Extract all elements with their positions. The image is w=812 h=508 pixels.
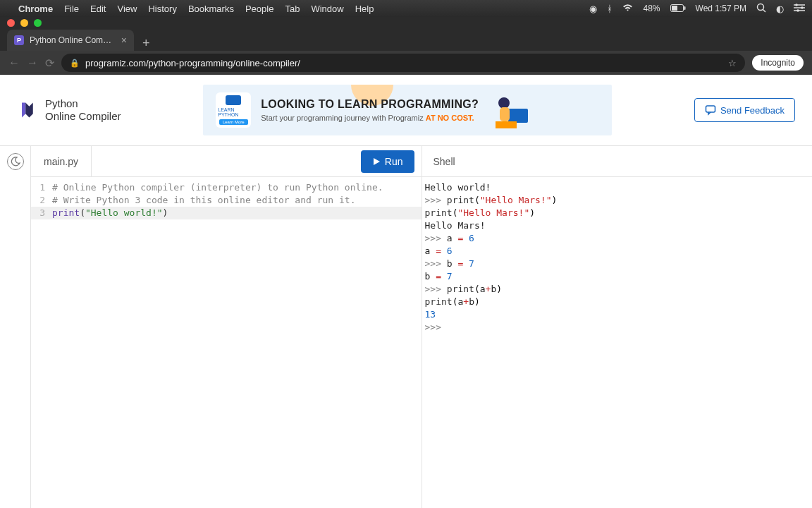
nav-back-button[interactable]: ←	[8, 56, 20, 69]
shell-line: print("Hello Mars!")	[425, 207, 810, 219]
svg-point-3	[758, 4, 764, 10]
menu-people[interactable]: People	[245, 4, 273, 14]
site-header: Python Online Compiler LEARN PYTHON Lear…	[0, 75, 812, 145]
shell-line: Hello Mars!	[425, 219, 810, 232]
code-content[interactable]: print("Hello world!")	[52, 207, 168, 219]
tab-favicon-icon: P	[14, 35, 24, 45]
bluetooth-icon[interactable]: ᚼ	[607, 4, 613, 14]
browser-tab[interactable]: P Python Online Compiler (Interp ×	[7, 30, 134, 51]
spotlight-icon[interactable]	[756, 3, 766, 15]
nav-forward-button: →	[27, 56, 38, 69]
wifi-icon[interactable]	[622, 4, 633, 14]
feedback-icon	[705, 104, 716, 116]
svg-rect-1	[672, 6, 677, 11]
promo-banner[interactable]: LEARN PYTHON Learn More LOOKING TO LEARN…	[203, 85, 612, 135]
tab-title: Python Online Compiler (Interp	[30, 35, 116, 45]
run-button[interactable]: Run	[361, 150, 414, 173]
editor-pane: main.py Run 1# Online Python compiler (i…	[31, 146, 422, 508]
svg-rect-2	[684, 6, 685, 10]
banner-title: LOOKING TO LEARN PROGRAMMING?	[261, 98, 479, 111]
incognito-badge[interactable]: Incognito	[752, 55, 804, 71]
menu-history[interactable]: History	[148, 4, 176, 14]
code-content[interactable]: # Write Python 3 code in this online edi…	[52, 194, 355, 207]
svg-point-8	[795, 4, 798, 6]
shell-title: Shell	[422, 146, 813, 177]
menu-help[interactable]: Help	[355, 4, 374, 14]
svg-point-10	[796, 9, 799, 12]
code-editor[interactable]: 1# Online Python compiler (interpreter) …	[31, 177, 422, 224]
play-icon	[372, 157, 381, 166]
svg-line-4	[763, 9, 766, 12]
shell-output[interactable]: Hello world!>>> print("Hello Mars!")prin…	[422, 177, 813, 338]
shell-line[interactable]: >>>	[425, 321, 810, 334]
window-zoom-button[interactable]	[34, 19, 42, 27]
macos-menubar: Chrome File Edit View History Bookmarks …	[0, 0, 812, 17]
battery-percent: 48%	[643, 4, 660, 13]
banner-card-cta: Learn More	[219, 119, 248, 125]
svg-rect-13	[500, 107, 510, 121]
line-number: 3	[31, 207, 52, 219]
shell-line: print(a+b)	[425, 296, 810, 308]
shell-pane: Shell Hello world!>>> print("Hello Mars!…	[422, 146, 813, 508]
bookmark-star-icon[interactable]: ☆	[728, 58, 737, 68]
svg-point-12	[498, 97, 510, 109]
code-line[interactable]: 3print("Hello world!")	[31, 207, 422, 219]
shell-line: 13	[425, 308, 810, 321]
menu-file[interactable]: File	[64, 4, 79, 14]
lock-icon[interactable]: 🔒	[70, 59, 80, 68]
menu-edit[interactable]: Edit	[90, 4, 106, 14]
new-tab-button[interactable]: +	[134, 36, 159, 51]
shell-line: >>> print(a+b)	[425, 283, 810, 296]
line-number: 2	[31, 194, 52, 207]
url-text[interactable]: programiz.com/python-programming/online-…	[85, 58, 722, 68]
logo-text-line1: Python	[45, 97, 121, 110]
send-feedback-button[interactable]: Send Feedback	[694, 98, 795, 122]
shell-line: >>> b = 7	[425, 258, 810, 270]
page-content: Python Online Compiler LEARN PYTHON Lear…	[0, 75, 812, 508]
window-controls	[0, 17, 812, 28]
svg-rect-15	[706, 106, 715, 112]
svg-point-9	[801, 6, 804, 9]
shell-line: >>> print("Hello Mars!")	[425, 194, 810, 207]
banner-card-label: LEARN PYTHON	[218, 107, 249, 117]
banner-subtitle: Start your programming journey with Prog…	[261, 114, 479, 122]
address-bar[interactable]: 🔒 programiz.com/python-programming/onlin…	[61, 54, 745, 72]
browser-tabstrip: P Python Online Compiler (Interp × +	[0, 28, 812, 51]
menubar-app-name[interactable]: Chrome	[18, 4, 53, 14]
logo-icon	[17, 100, 37, 120]
run-label: Run	[385, 156, 403, 167]
left-sidebar	[0, 146, 31, 508]
nav-reload-button[interactable]: ⟳	[45, 56, 54, 70]
menubar-datetime[interactable]: Wed 1:57 PM	[696, 4, 746, 13]
tab-close-icon[interactable]: ×	[121, 35, 127, 46]
line-number: 1	[31, 181, 52, 194]
browser-toolbar: ← → ⟳ 🔒 programiz.com/python-programming…	[0, 51, 812, 75]
logo-text-line2: Online Compiler	[45, 110, 121, 123]
site-logo[interactable]: Python Online Compiler	[17, 97, 121, 123]
menu-tab[interactable]: Tab	[285, 4, 300, 14]
banner-illustration-icon	[488, 89, 531, 131]
banner-card-icon: LEARN PYTHON Learn More	[216, 92, 251, 128]
workspace: main.py Run 1# Online Python compiler (i…	[0, 145, 812, 508]
moon-icon	[11, 157, 20, 167]
menu-window[interactable]: Window	[311, 4, 343, 14]
svg-rect-14	[496, 121, 517, 128]
code-line[interactable]: 2# Write Python 3 code in this online ed…	[31, 194, 422, 207]
shell-line: b = 7	[425, 270, 810, 283]
control-center-icon[interactable]	[794, 4, 805, 14]
theme-toggle-button[interactable]	[7, 153, 24, 170]
screen-record-icon[interactable]: ◉	[589, 4, 597, 14]
menu-view[interactable]: View	[117, 4, 137, 14]
window-minimize-button[interactable]	[20, 19, 28, 27]
svg-rect-11	[508, 109, 528, 123]
shell-line: Hello world!	[425, 181, 810, 194]
code-line[interactable]: 1# Online Python compiler (interpreter) …	[31, 181, 422, 194]
menu-bookmarks[interactable]: Bookmarks	[188, 4, 234, 14]
shell-line: a = 6	[425, 245, 810, 258]
window-close-button[interactable]	[7, 19, 15, 27]
battery-icon[interactable]	[670, 4, 686, 14]
editor-filename-tab[interactable]: main.py	[31, 146, 92, 176]
shell-line: >>> a = 6	[425, 232, 810, 245]
siri-icon[interactable]: ◐	[776, 4, 784, 14]
code-content[interactable]: # Online Python compiler (interpreter) t…	[52, 181, 383, 194]
